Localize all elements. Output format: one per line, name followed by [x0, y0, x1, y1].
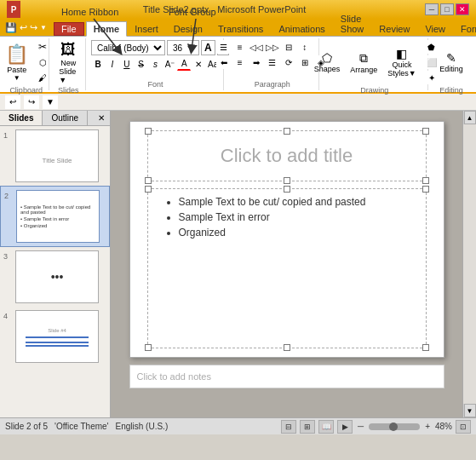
tab-insert[interactable]: Insert	[127, 21, 166, 36]
tb-extra-btn[interactable]: ▼	[43, 95, 58, 109]
zoom-thumb	[389, 423, 398, 431]
main-area: Slides Outline ✕ 1 Title Slide 2	[0, 111, 476, 417]
font-format-row: B I U S s A⁻ A ✕ Aa	[91, 57, 220, 71]
shadow-button[interactable]: s	[149, 57, 163, 71]
quick-styles-button[interactable]: ◧ Quick Styles▼	[383, 40, 420, 84]
slide-preview-1: Title Slide	[15, 129, 99, 182]
content-placeholder[interactable]: Sample Text to be cut/ copied and pasted…	[147, 188, 427, 348]
app-logo: P	[7, 1, 20, 18]
slide-canvas-area: Click to add title Sample Text to be cut…	[111, 111, 462, 417]
outdent-button[interactable]: ◁◁	[249, 40, 264, 54]
tab-review[interactable]: Review	[371, 21, 417, 36]
font-size-select[interactable]: 36	[167, 40, 199, 55]
text-direction-button[interactable]: ⟳	[281, 55, 296, 69]
minimize-button[interactable]: ─	[425, 3, 439, 15]
slide-thumb-2[interactable]: 2 • Sample Text to be cut/ copied and pa…	[0, 186, 110, 247]
strikethrough-button[interactable]: S	[135, 57, 148, 71]
fit-window-btn[interactable]: ⊡	[456, 420, 471, 434]
align-right-button[interactable]: ➡	[249, 55, 264, 69]
font-group: Calibri (Body) 36 A A B I U S s A⁻ A	[88, 38, 224, 90]
slide-preview-4: Slide #4	[15, 310, 99, 363]
font-group-annotation: Font Group	[169, 7, 216, 17]
title-placeholder[interactable]: Click to add title	[147, 130, 427, 181]
title-placeholder-text: Click to add title	[221, 145, 353, 167]
bullets-button[interactable]: ☰	[216, 40, 232, 54]
tab-animations[interactable]: Animations	[271, 21, 332, 36]
center-button[interactable]: ≡	[232, 55, 248, 69]
slide-sorter-btn[interactable]: ⊞	[300, 420, 315, 434]
char-spacing-button[interactable]: A⁻	[163, 57, 177, 71]
clipboard-content: 📋 Paste ▼ ✂ ⬡ 🖌	[1, 40, 51, 84]
handle-bl	[145, 177, 152, 184]
underline-button[interactable]: U	[120, 57, 134, 71]
indent-button[interactable]: ▷▷	[265, 40, 280, 54]
scroll-up-btn[interactable]: ▲	[464, 111, 476, 124]
tab-slideshow[interactable]: Slide Show	[333, 11, 372, 36]
font-name-select[interactable]: Calibri (Body)	[91, 40, 165, 55]
italic-button[interactable]: I	[106, 57, 119, 71]
content-handle-tr	[422, 186, 429, 193]
vertical-scrollbar[interactable]: ▲ ▼	[462, 111, 476, 417]
arrange-button[interactable]: ⧉ Arrange	[346, 40, 381, 84]
panel-close-btn[interactable]: ✕	[93, 111, 110, 125]
slide-num-2: 2	[4, 192, 13, 200]
tab-file[interactable]: File	[54, 22, 84, 36]
slide-canvas[interactable]: Click to add title Sample Text to be cut…	[129, 121, 444, 358]
tab-view[interactable]: View	[417, 21, 453, 36]
slide-thumb-3[interactable]: 3 •••	[0, 247, 110, 307]
tb-undo-btn[interactable]: ↩	[5, 95, 20, 109]
scroll-down-btn[interactable]: ▼	[464, 404, 476, 417]
justify-button[interactable]: ☰	[265, 55, 280, 69]
shapes-button[interactable]: ⬠ Shapes	[310, 40, 345, 84]
font-selector-row: Calibri (Body) 36 A A	[91, 40, 220, 55]
tab-format[interactable]: Format	[453, 21, 476, 36]
font-color-button[interactable]: A	[177, 57, 191, 71]
normal-view-btn[interactable]: ⊟	[281, 420, 296, 434]
slide-thumb-1[interactable]: 1 Title Slide	[0, 126, 110, 186]
tb-redo-btn[interactable]: ↪	[24, 95, 39, 109]
maximize-button[interactable]: □	[440, 3, 454, 15]
zoom-minus-btn[interactable]: ─	[356, 422, 365, 431]
zoom-slider[interactable]	[369, 423, 420, 430]
zoom-plus-btn[interactable]: +	[423, 422, 432, 431]
outline-tab[interactable]: Outline	[43, 111, 88, 125]
content-handle-tl	[145, 186, 152, 193]
content-handle-bc	[284, 344, 290, 351]
bold-button[interactable]: B	[91, 57, 105, 71]
copy-button[interactable]: ⬡	[34, 55, 51, 69]
close-button[interactable]: ✕	[456, 3, 469, 15]
qa-redo-btn[interactable]: ↪	[30, 22, 37, 33]
slide-1-content: Title Slide	[43, 148, 72, 164]
tab-transitions[interactable]: Transitions	[210, 21, 271, 36]
slide-bullet-list: Sample Text to be cut/ copied and pasted…	[162, 196, 412, 239]
format-painter-button[interactable]: 🖌	[34, 71, 51, 84]
zoom-level: 48%	[435, 422, 452, 431]
drawing-content: ⬠ Shapes ⧉ Arrange ◧ Quick Styles▼ ⬟ ⬜ ✦	[310, 40, 439, 84]
numbering-button[interactable]: ≡	[232, 40, 248, 54]
tab-design[interactable]: Design	[166, 21, 210, 36]
new-slide-button[interactable]: 🖼 New Slide ▼	[54, 40, 82, 84]
reading-view-btn[interactable]: 📖	[318, 420, 334, 434]
qa-save-btn[interactable]: 💾	[5, 22, 17, 33]
slides-tab[interactable]: Slides	[0, 111, 43, 125]
paste-button[interactable]: 📋 Paste ▼	[1, 40, 32, 84]
columns-button[interactable]: ⊟	[281, 40, 296, 54]
qa-dropdown-btn[interactable]: ▼	[40, 24, 47, 32]
ribbon-bar: 📋 Paste ▼ ✂ ⬡ 🖌 Clipboard	[0, 36, 476, 94]
slide-preview-3: •••	[15, 250, 99, 303]
align-left-button[interactable]: ⬅	[216, 55, 232, 69]
tab-home[interactable]: Home	[86, 21, 128, 37]
handle-tc	[284, 128, 290, 135]
notes-placeholder[interactable]: Click to add notes	[129, 365, 444, 388]
clear-format-button[interactable]: ✕	[192, 57, 205, 71]
slideshow-view-btn[interactable]: ▶	[337, 420, 353, 434]
cut-button[interactable]: ✂	[34, 40, 51, 54]
clipboard-label: Clipboard	[9, 84, 43, 95]
scroll-track[interactable]	[463, 124, 476, 404]
handle-tl	[145, 128, 152, 135]
slide-thumb-4[interactable]: 4 Slide #4	[0, 307, 110, 366]
content-handle-tc	[284, 186, 290, 193]
editing-button[interactable]: ✎ Editing	[435, 40, 467, 84]
font-grow-button[interactable]: A	[201, 40, 215, 55]
qa-undo-btn[interactable]: ↩	[20, 22, 27, 33]
